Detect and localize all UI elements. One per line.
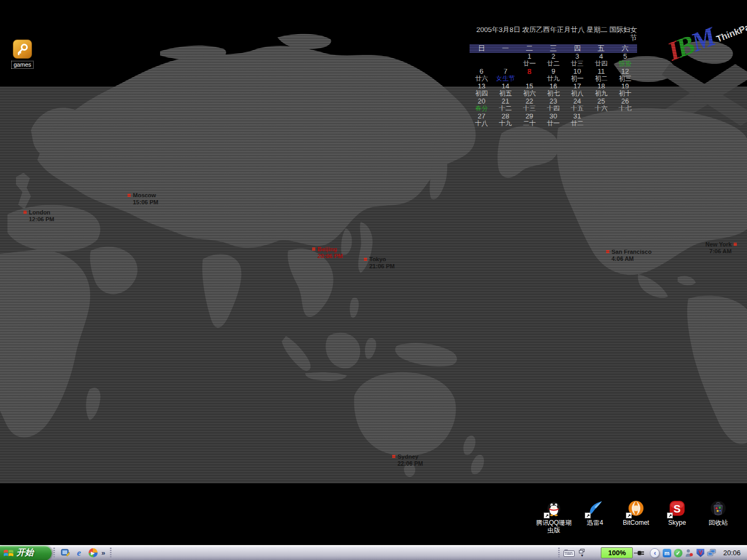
skype-icon[interactable]: S xyxy=(668,499,686,517)
calendar-cell: 18初九 xyxy=(589,83,613,98)
desktop-icon-label[interactable]: games xyxy=(11,61,33,69)
qq-penguin-icon[interactable] xyxy=(545,499,563,517)
shortcut-arrow-icon xyxy=(544,513,550,518)
internet-explorer-icon[interactable]: e xyxy=(74,548,84,558)
tray-collapse-chevron[interactable]: ‹ xyxy=(650,548,659,558)
calendar-cell: 2廿二 xyxy=(542,53,566,68)
calendar-cell: 16初七 xyxy=(542,83,566,98)
city-moscow: Moscow 15:06 PM xyxy=(128,192,158,206)
desktop-icon-label[interactable]: 迅雷4 xyxy=(575,519,615,526)
bitcomet-globe-icon[interactable] xyxy=(627,499,645,517)
city-time: 4:06 AM xyxy=(611,255,651,262)
city-london: London 12:06 PM xyxy=(23,209,54,223)
city-name: Tokyo xyxy=(369,256,395,263)
desktop-icon-label[interactable]: BitComet xyxy=(616,519,656,526)
desktop-icon-recycle-bin[interactable]: 回收站 xyxy=(698,499,738,526)
language-bar-options[interactable]: ▼ xyxy=(579,549,585,557)
desktop-icon-label[interactable]: Skype xyxy=(657,519,697,526)
desktop-icon-games[interactable]: games xyxy=(7,39,37,69)
city-sydney: Sydney 22:06 PM xyxy=(392,453,423,467)
calendar-cell xyxy=(494,53,518,68)
desktop: London 12:06 PM Moscow 15:06 PM Beijing … xyxy=(0,0,747,545)
desktop-icon-label[interactable]: 腾讯QQ珊瑚虫版 xyxy=(534,519,574,534)
calendar-cell xyxy=(589,113,613,127)
city-name: London xyxy=(29,209,54,216)
calendar-cell: 15初六 xyxy=(518,83,542,98)
city-time: 22:06 PM xyxy=(398,460,423,467)
toolbar-drag-handle[interactable] xyxy=(558,548,560,558)
calendar-cell xyxy=(470,53,494,68)
city-time: 20:06 PM xyxy=(317,253,343,260)
quick-launch-bar: e ▶ » xyxy=(57,548,108,558)
calendar-cell: 20春分 xyxy=(470,98,494,113)
toolbar-drag-handle[interactable] xyxy=(53,548,55,558)
taskbar: 开始 e ▶ » ▼ xyxy=(0,545,747,560)
power-plug-icon xyxy=(634,549,647,557)
quick-launch-more-chevron[interactable]: » xyxy=(101,549,105,557)
battery-meter[interactable]: 100% xyxy=(601,547,633,558)
city-marker-icon xyxy=(128,194,131,197)
calendar-cell: 10初一 xyxy=(565,68,589,83)
restore-window-icon[interactable] xyxy=(579,549,585,554)
desktop-icon-skype[interactable]: S Skype xyxy=(657,499,697,526)
calendar-cell: 19初十 xyxy=(613,83,637,98)
calendar-cell: 3廿三 xyxy=(565,53,589,68)
calendar-cell: 22十三 xyxy=(518,98,542,113)
network-connection-tray-icon[interactable] xyxy=(707,548,716,557)
svg-text:S: S xyxy=(673,503,680,515)
play-icon: ▶ xyxy=(89,548,98,557)
key-glyph xyxy=(16,43,29,55)
taskbar-clock[interactable]: 20:06 xyxy=(719,549,747,557)
shortcut-arrow-icon xyxy=(585,513,591,518)
calendar-cell: 6廿六 xyxy=(470,68,494,83)
calendar-cell: 23十四 xyxy=(542,98,566,113)
calendar-cell: 25十六 xyxy=(589,98,613,113)
calendar-cell: 28十九 xyxy=(494,113,518,127)
desktop-icon-xunlei[interactable]: 迅雷4 xyxy=(575,499,615,526)
calendar-cell: 9廿九 xyxy=(542,68,566,83)
calendar-grid: 1廿一 2廿二 3廿三 4廿四 5惊蛰 6廿六 7女生节 8 9廿九 10初一 … xyxy=(470,53,637,127)
city-name: Sydney xyxy=(398,453,423,460)
desktop-icon-label[interactable]: 回收站 xyxy=(698,519,738,526)
keyboard-icon[interactable] xyxy=(563,549,575,557)
city-marker-icon xyxy=(23,211,27,214)
city-new-york: New York 7:06 AM xyxy=(705,241,737,255)
city-name: San Francisco xyxy=(611,249,651,255)
recycle-bin-icon[interactable] xyxy=(709,499,727,517)
key-icon[interactable] xyxy=(13,39,32,59)
calendar-cell xyxy=(613,113,637,127)
thunder-bird-icon[interactable] xyxy=(586,499,604,517)
calendar-weekday-header: 日 一 二 三 四 五 六 xyxy=(470,44,637,53)
calendar-cell: 13初四 xyxy=(470,83,494,98)
calendar-cell: 14初五 xyxy=(494,83,518,98)
toolbar-drag-handle[interactable] xyxy=(110,548,112,558)
start-button[interactable]: 开始 xyxy=(0,546,52,560)
city-time: 15:06 PM xyxy=(133,199,158,206)
calendar-cell: 5惊蛰 xyxy=(613,53,637,68)
antivirus-ok-tray-icon[interactable]: ✓ xyxy=(673,548,682,557)
calendar-cell: 31廿二 xyxy=(565,113,589,127)
weekday-label: 六 xyxy=(613,44,637,53)
calendar-cell: 30廿一 xyxy=(542,113,566,127)
desktop-icon-qq[interactable]: 腾讯QQ珊瑚虫版 xyxy=(534,499,574,534)
city-san-francisco: San Francisco 4:06 AM xyxy=(606,249,651,262)
caret-down-icon[interactable]: ▼ xyxy=(580,554,584,557)
antivirus-shield-tray-icon[interactable]: V xyxy=(696,548,705,557)
maxthon-tray-icon[interactable]: m xyxy=(662,548,671,557)
calendar-cell: 27十八 xyxy=(470,113,494,127)
city-time: 7:06 AM xyxy=(705,248,732,255)
city-name: New York xyxy=(705,241,732,248)
messenger-tray-icon[interactable] xyxy=(685,548,694,557)
windows-logo-icon xyxy=(3,548,14,558)
city-name: Beijing xyxy=(317,246,343,253)
media-player-icon[interactable]: ▶ xyxy=(88,548,98,558)
weekday-label: 五 xyxy=(589,44,613,53)
calendar-cell: 12初三 xyxy=(613,68,637,83)
city-marker-icon xyxy=(734,243,737,246)
city-marker-icon xyxy=(392,455,395,458)
show-desktop-icon[interactable] xyxy=(60,548,70,558)
city-time: 12:06 PM xyxy=(29,216,54,223)
start-button-label[interactable]: 开始 xyxy=(17,547,34,558)
shortcut-arrow-icon xyxy=(667,513,673,518)
desktop-icon-bitcomet[interactable]: BitComet xyxy=(616,499,656,526)
